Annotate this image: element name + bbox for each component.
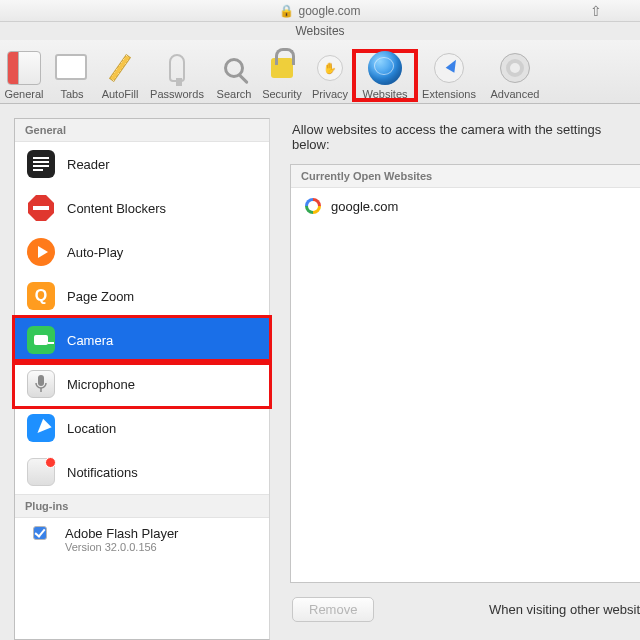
remove-button[interactable]: Remove: [292, 597, 374, 622]
toolbar-label: Privacy: [312, 88, 348, 100]
sidebar-item-label: Page Zoom: [67, 289, 134, 304]
notifications-icon: [27, 458, 55, 486]
toolbar-label: Advanced: [491, 88, 540, 100]
svg-rect-0: [33, 157, 49, 159]
toolbar-tab-websites[interactable]: Websites: [354, 51, 416, 100]
toolbar-label: Search: [217, 88, 252, 100]
sidebar-item-label: Microphone: [67, 377, 135, 392]
toolbar-tab-security[interactable]: Security: [258, 51, 306, 100]
compass-icon: [432, 51, 466, 85]
sidebar-item-page-zoom[interactable]: Q Page Zoom: [15, 274, 269, 318]
toolbar-label: Tabs: [60, 88, 83, 100]
pencil-icon: [103, 51, 137, 85]
panel-heading: Allow websites to access the camera with…: [290, 118, 640, 164]
toolbar-tab-search[interactable]: Search: [210, 51, 258, 100]
globe-icon: [368, 51, 402, 85]
list-header: Currently Open Websites: [291, 165, 640, 188]
sidebar-section-header-general: General: [15, 119, 269, 142]
toolbar-label: General: [4, 88, 43, 100]
parent-url-bar: 🔒 google.com ⇧: [0, 0, 640, 22]
visiting-policy-label: When visiting other websit: [489, 602, 640, 617]
toolbar-tab-general[interactable]: General: [0, 51, 48, 100]
toolbar-tab-autofill[interactable]: AutoFill: [96, 51, 144, 100]
location-icon: [27, 414, 55, 442]
window-titlebar: Websites: [0, 22, 640, 40]
lock-icon: [265, 51, 299, 85]
detail-panel: Allow websites to access the camera with…: [270, 118, 640, 640]
sidebar-item-location[interactable]: Location: [15, 406, 269, 450]
sidebar-section-header-plugins: Plug-ins: [15, 494, 269, 518]
toolbar-label: Websites: [362, 88, 407, 100]
hand-icon: ✋: [313, 51, 347, 85]
url-domain: google.com: [298, 4, 360, 18]
sidebar-item-label: Auto-Play: [67, 245, 123, 260]
stop-sign-icon: [27, 194, 55, 222]
toolbar-tab-privacy[interactable]: ✋ Privacy: [306, 51, 354, 100]
sidebar-item-label: Camera: [67, 333, 113, 348]
sidebar-item-camera[interactable]: Camera: [15, 318, 269, 362]
svg-rect-6: [38, 375, 44, 386]
websites-list: Currently Open Websites google.com: [290, 164, 640, 583]
zoom-icon: Q: [27, 282, 55, 310]
google-favicon-icon: [305, 198, 321, 214]
general-icon: [7, 51, 41, 85]
sidebar-item-label: Content Blockers: [67, 201, 166, 216]
svg-rect-3: [33, 169, 43, 171]
plugin-enabled-checkbox[interactable]: [33, 526, 47, 540]
search-icon: [217, 51, 251, 85]
zoom-icon-glyph: Q: [35, 287, 47, 305]
main-area: General Reader Content Blockers Auto-Pla…: [0, 104, 640, 640]
toolbar-tab-passwords[interactable]: Passwords: [144, 51, 210, 100]
sidebar-item-reader[interactable]: Reader: [15, 142, 269, 186]
panel-bottom-bar: Remove When visiting other websit: [290, 583, 640, 640]
sidebar-item-microphone[interactable]: Microphone: [15, 362, 269, 406]
key-icon: [160, 51, 194, 85]
sidebar-item-label: Location: [67, 421, 116, 436]
gear-icon: [498, 51, 532, 85]
svg-rect-2: [33, 165, 49, 167]
toolbar-label: Passwords: [150, 88, 204, 100]
svg-rect-5: [33, 206, 49, 210]
window-title: Websites: [295, 24, 344, 38]
toolbar-label: Extensions: [422, 88, 476, 100]
url-text: 🔒 google.com: [279, 4, 360, 18]
lock-icon: 🔒: [279, 4, 294, 18]
tabs-icon: [55, 51, 89, 85]
microphone-icon: [27, 370, 55, 398]
toolbar-label: Security: [262, 88, 302, 100]
play-icon: [27, 238, 55, 266]
website-row[interactable]: google.com: [291, 188, 640, 224]
sidebar-item-content-blockers[interactable]: Content Blockers: [15, 186, 269, 230]
sidebar-item-notifications[interactable]: Notifications: [15, 450, 269, 494]
sidebar-item-label: Adobe Flash Player: [65, 526, 178, 541]
reader-icon: [27, 150, 55, 178]
plugin-version: Version 32.0.0.156: [65, 541, 178, 553]
toolbar-tab-advanced[interactable]: Advanced: [482, 51, 548, 100]
sidebar-item-label: Reader: [67, 157, 110, 172]
sidebar-item-auto-play[interactable]: Auto-Play: [15, 230, 269, 274]
sidebar: General Reader Content Blockers Auto-Pla…: [14, 118, 270, 640]
toolbar-tab-tabs[interactable]: Tabs: [48, 51, 96, 100]
sidebar-item-flash[interactable]: Adobe Flash Player Version 32.0.0.156: [15, 518, 269, 561]
website-domain: google.com: [331, 199, 398, 214]
svg-rect-1: [33, 161, 49, 163]
toolbar-label: AutoFill: [102, 88, 139, 100]
sidebar-item-label: Notifications: [67, 465, 138, 480]
camera-icon: [27, 326, 55, 354]
preferences-toolbar: General Tabs AutoFill Passwords Search S…: [0, 40, 640, 104]
share-icon[interactable]: ⇧: [590, 3, 602, 19]
toolbar-tab-extensions[interactable]: Extensions: [416, 51, 482, 100]
